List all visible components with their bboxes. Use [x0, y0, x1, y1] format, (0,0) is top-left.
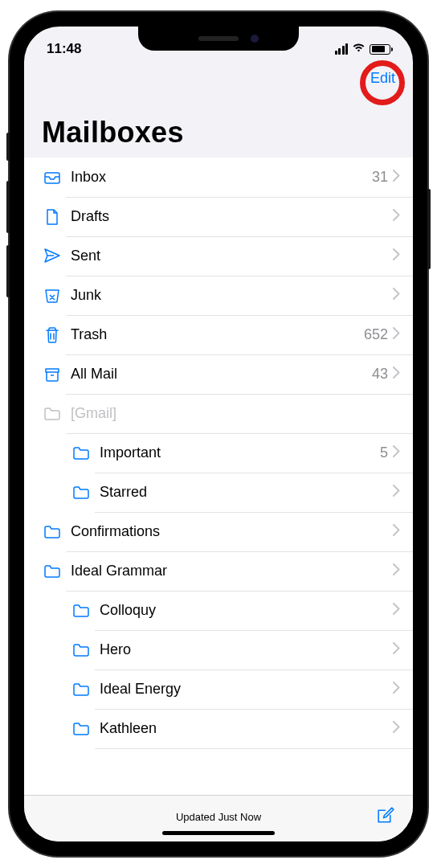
mailbox-row[interactable]: Kathleen — [24, 709, 413, 748]
mailbox-row[interactable]: Confirmations — [24, 512, 413, 551]
folder-icon — [39, 522, 66, 542]
chevron-right-icon — [393, 327, 400, 342]
edit-button[interactable]: Edit — [370, 70, 395, 87]
mailbox-label: [Gmail] — [71, 405, 413, 422]
mailbox-count: 652 — [364, 326, 388, 343]
mailbox-count: 5 — [380, 444, 388, 461]
chevron-right-icon — [393, 682, 400, 697]
device-frame: 11:48 Edit Mailboxes Inbox31DraftsSentJu… — [10, 12, 427, 856]
mailbox-row[interactable]: Drafts — [24, 197, 413, 236]
mailbox-count: 43 — [372, 366, 388, 383]
folder-icon — [67, 680, 95, 699]
folder-icon — [67, 641, 95, 660]
mailbox-row[interactable]: Ideal Grammar — [24, 551, 413, 591]
folder-gray-icon — [39, 404, 66, 424]
mailbox-label: Important — [100, 444, 380, 461]
cellular-signal-icon — [335, 43, 349, 55]
mailbox-row[interactable]: Hero — [24, 630, 413, 669]
mailbox-list: Inbox31DraftsSentJunkTrash652All Mail43[… — [24, 158, 413, 795]
chevron-right-icon — [393, 209, 400, 224]
folder-icon — [67, 719, 95, 739]
folder-icon — [39, 562, 66, 581]
nav-bar: Edit — [24, 62, 413, 92]
mailbox-row: [Gmail] — [24, 394, 413, 433]
mailbox-row[interactable]: Sent — [24, 236, 413, 276]
page-title: Mailboxes — [24, 92, 413, 158]
mailbox-count: 31 — [372, 169, 388, 186]
sent-icon — [39, 247, 66, 266]
mailbox-label: Junk — [71, 287, 393, 304]
folder-icon — [67, 483, 95, 502]
mailbox-row[interactable]: Colloquy — [24, 591, 413, 630]
chevron-right-icon — [393, 248, 400, 264]
mailbox-label: Colloquy — [100, 602, 393, 619]
chevron-right-icon — [393, 642, 400, 657]
chevron-right-icon — [393, 485, 400, 500]
chevron-right-icon — [393, 524, 400, 539]
home-indicator — [162, 831, 275, 835]
wifi-icon — [352, 41, 366, 57]
mailbox-row[interactable]: Important5 — [24, 433, 413, 473]
trash-icon — [39, 326, 66, 345]
chevron-right-icon — [393, 170, 400, 185]
mailbox-label: All Mail — [71, 366, 372, 383]
mailbox-label: Hero — [100, 641, 393, 658]
mailbox-label: Kathleen — [100, 720, 393, 737]
notch — [138, 27, 299, 51]
mailbox-label: Starred — [100, 484, 393, 501]
mailbox-label: Trash — [71, 326, 364, 343]
toolbar-status: Updated Just Now — [176, 811, 261, 823]
mailbox-row[interactable]: Ideal Energy — [24, 669, 413, 709]
mailbox-label: Confirmations — [71, 523, 393, 540]
mailbox-label: Inbox — [71, 169, 372, 186]
draft-icon — [39, 207, 66, 227]
mailbox-row[interactable]: Trash652 — [24, 315, 413, 354]
inbox-icon — [39, 168, 66, 187]
status-time: 11:48 — [47, 41, 81, 57]
mailbox-row[interactable]: Inbox31 — [24, 158, 413, 197]
folder-icon — [67, 601, 95, 620]
mailbox-label: Ideal Energy — [100, 681, 393, 698]
junk-icon — [39, 286, 66, 305]
mailbox-row[interactable]: All Mail43 — [24, 354, 413, 394]
chevron-right-icon — [393, 366, 400, 382]
screen: 11:48 Edit Mailboxes Inbox31DraftsSentJu… — [24, 27, 413, 841]
mailbox-row[interactable]: Starred — [24, 473, 413, 512]
mailbox-label: Sent — [71, 248, 393, 264]
chevron-right-icon — [393, 721, 400, 736]
chevron-right-icon — [393, 445, 400, 461]
compose-button[interactable] — [375, 805, 395, 829]
chevron-right-icon — [393, 603, 400, 618]
battery-icon — [370, 44, 390, 55]
mailbox-label: Drafts — [71, 208, 393, 225]
chevron-right-icon — [393, 288, 400, 303]
chevron-right-icon — [393, 563, 400, 579]
folder-icon — [67, 444, 95, 463]
mailbox-row[interactable]: Junk — [24, 276, 413, 315]
archive-icon — [39, 365, 66, 384]
mailbox-label: Ideal Grammar — [71, 563, 393, 579]
